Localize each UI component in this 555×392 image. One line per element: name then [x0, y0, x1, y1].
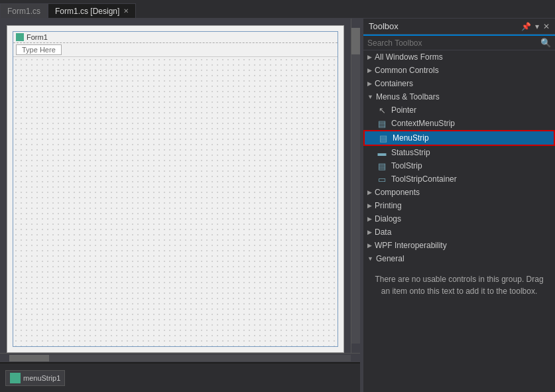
section-label: Menus & Toolbars	[376, 92, 440, 101]
section-label: Printing	[375, 201, 402, 210]
arrow-icon: ▶	[367, 216, 372, 222]
section-label: Data	[375, 228, 391, 237]
bottom-tray: menuStrip1	[0, 362, 360, 392]
section-dialogs[interactable]: ▶ Dialogs	[363, 212, 555, 226]
arrow-down-icon: ▼	[367, 255, 373, 262]
section-components[interactable]: ▶ Components	[363, 186, 555, 199]
item-label: StatusStrip	[391, 148, 430, 157]
h-scroll-thumb[interactable]	[9, 355, 49, 361]
section-label: All Windows Forms	[375, 52, 443, 62]
section-label: Dialogs	[375, 214, 401, 224]
tab-label-design: Form1.cs [Design]	[55, 7, 119, 16]
arrow-icon: ▶	[367, 229, 372, 235]
section-label: WPF Interoperability	[375, 241, 447, 250]
form-title-bar: Form1	[13, 32, 338, 43]
toolstrip-container-icon	[377, 174, 387, 184]
section-printing[interactable]: ▶ Printing	[363, 199, 555, 212]
tab-close-icon[interactable]: ✕	[123, 7, 129, 15]
tool-strip-icon	[377, 161, 387, 171]
item-label: Pointer	[391, 105, 416, 115]
form-window[interactable]: Form1 Type Here	[13, 31, 338, 347]
pointer-icon	[377, 105, 387, 115]
v-scroll-thumb[interactable]	[351, 28, 360, 54]
toolbox-search-bar[interactable]: 🔍	[363, 36, 555, 50]
toolbox-item-tool-strip[interactable]: ToolStrip	[363, 159, 555, 172]
section-wpf-interop[interactable]: ▶ WPF Interoperability	[363, 239, 555, 252]
component-label: menuStrip1	[23, 374, 60, 382]
designer-canvas: Form1 Type Here	[7, 25, 344, 353]
toolbox-title: Toolbox	[369, 21, 399, 31]
arrow-icon: ▶	[367, 54, 372, 60]
arrow-icon: ▶	[367, 242, 372, 249]
context-menu-icon	[377, 118, 387, 129]
section-common-controls[interactable]: ▶ Common Controls	[363, 64, 555, 77]
toolbox-item-context-menu-strip[interactable]: ContextMenuStrip	[363, 117, 555, 130]
item-label: ToolStripContainer	[391, 174, 457, 184]
toolbox-dropdown-icon[interactable]: ▾	[535, 22, 539, 31]
toolbox-header-icons: 📌 ▾ ✕	[521, 22, 550, 31]
tab-form1-cs[interactable]: Form1.cs	[0, 3, 48, 18]
component-menustrip1[interactable]: menuStrip1	[5, 370, 65, 386]
toolbox-item-status-strip[interactable]: StatusStrip	[363, 146, 555, 159]
vertical-scrollbar[interactable]	[351, 19, 360, 353]
form-body[interactable]	[13, 57, 338, 346]
toolbox-item-pointer[interactable]: Pointer	[363, 103, 555, 117]
arrow-down-icon: ▼	[367, 94, 373, 100]
menustrip-icon	[10, 373, 21, 383]
toolbox-panel: Toolbox 📌 ▾ ✕ 🔍 ▶ All Windows Forms ▶ Co…	[363, 19, 555, 392]
v-scroll-track[interactable]	[351, 28, 360, 344]
item-label: ToolStrip	[391, 161, 422, 170]
section-data[interactable]: ▶ Data	[363, 226, 555, 239]
section-label: Components	[375, 188, 420, 197]
arrow-icon: ▶	[367, 202, 372, 209]
search-input[interactable]	[367, 38, 538, 48]
section-label: Containers	[375, 79, 413, 88]
form-menubar[interactable]: Type Here	[13, 43, 338, 57]
horizontal-scrollbar[interactable]	[0, 353, 360, 362]
tab-label: Form1.cs	[7, 7, 40, 16]
menu-strip-icon	[378, 133, 389, 143]
section-containers[interactable]: ▶ Containers	[363, 77, 555, 90]
section-general[interactable]: ▼ General	[363, 252, 555, 265]
h-scroll-track[interactable]	[9, 355, 351, 361]
toolbox-close-icon[interactable]: ✕	[543, 22, 550, 31]
toolbox-header: Toolbox 📌 ▾ ✕	[363, 19, 555, 34]
section-all-windows-forms[interactable]: ▶ All Windows Forms	[363, 50, 555, 64]
section-label: General	[376, 254, 404, 263]
general-empty-text: There are no usable controls in this gro…	[363, 265, 555, 305]
item-label: ContextMenuStrip	[391, 119, 455, 128]
toolbox-body: ▶ All Windows Forms ▶ Common Controls ▶ …	[363, 50, 555, 392]
toolbox-item-toolstrip-container[interactable]: ToolStripContainer	[363, 172, 555, 186]
tab-bar: Form1.cs Form1.cs [Design] ✕	[0, 0, 555, 19]
item-label: MenuStrip	[393, 133, 429, 143]
arrow-icon: ▶	[367, 189, 372, 196]
status-strip-icon	[377, 147, 387, 158]
designer-panel: Form1 Type Here	[0, 19, 360, 392]
form-title-label: Form1	[27, 33, 48, 41]
search-icon[interactable]: 🔍	[540, 38, 551, 48]
toolbox-pin-icon[interactable]: 📌	[521, 22, 531, 31]
section-menus-toolbars[interactable]: ▼ Menus & Toolbars	[363, 90, 555, 103]
main-area: Form1 Type Here	[0, 19, 555, 392]
type-here-box[interactable]: Type Here	[16, 44, 62, 55]
tab-form1-design[interactable]: Form1.cs [Design] ✕	[48, 3, 136, 18]
arrow-icon: ▶	[367, 67, 372, 74]
form-icon	[16, 33, 24, 41]
section-label: Common Controls	[375, 66, 439, 75]
toolbox-item-menu-strip[interactable]: MenuStrip	[363, 130, 555, 146]
arrow-icon: ▶	[367, 80, 372, 87]
